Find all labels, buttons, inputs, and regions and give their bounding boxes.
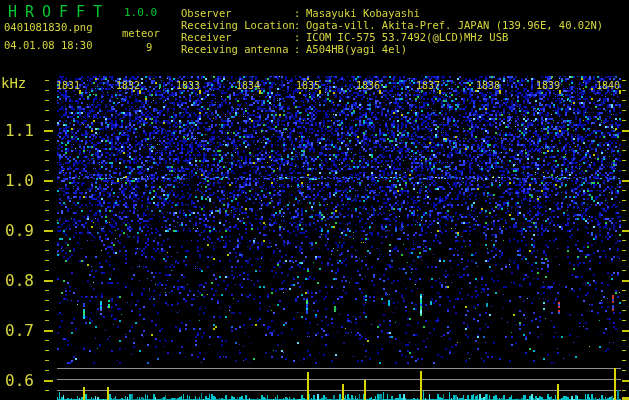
y-tick-label: 0.6: [0, 371, 34, 390]
info-label: Observer: [181, 7, 294, 19]
output-filename: 0401081830.png: [4, 21, 93, 33]
x-tick-label: 1836: [354, 80, 380, 91]
x-tick-label: 1838: [474, 80, 500, 91]
colon: :: [294, 31, 306, 43]
x-tick-label: 1839: [534, 80, 560, 91]
mode-label: meteor: [122, 27, 160, 39]
x-tick-label: 1837: [414, 80, 440, 91]
x-tick-label: 1834: [234, 80, 260, 91]
y-tick-label: 0.9: [0, 221, 34, 240]
datetime-label: 04.01.08 18:30: [4, 39, 93, 51]
info-value: ICOM IC-575 53.7492(@LCD)MHz USB: [306, 31, 508, 43]
colon: :: [294, 43, 306, 55]
y-tick-label: 0.7: [0, 321, 34, 340]
info-row-location: Receiving Location:Ogata-vill. Akita-Pre…: [181, 19, 603, 31]
info-label: Receiving Location: [181, 19, 294, 31]
x-tick-label: 1833: [174, 80, 200, 91]
info-label: Receiving antenna: [181, 43, 294, 55]
info-row-antenna: Receiving antenna:A504HB(yagi 4el): [181, 43, 407, 55]
info-row-receiver: Receiver:ICOM IC-575 53.7492(@LCD)MHz US…: [181, 31, 508, 43]
info-value: Ogata-vill. Akita-Pref. JAPAN (139.96E, …: [306, 19, 603, 31]
info-value: Masayuki Kobayashi: [306, 7, 420, 19]
colon: :: [294, 19, 306, 31]
spectrogram-canvas: [0, 0, 629, 400]
info-row-observer: Observer:Masayuki Kobayashi: [181, 7, 420, 19]
y-tick-label: 1.0: [0, 171, 34, 190]
colon: :: [294, 7, 306, 19]
meteor-count: 9: [146, 41, 152, 53]
y-tick-label: 0.8: [0, 271, 34, 290]
info-value: A504HB(yagi 4el): [306, 43, 407, 55]
x-tick-label: 1832: [114, 80, 140, 91]
info-label: Receiver: [181, 31, 294, 43]
x-tick-label: 1840: [594, 80, 620, 91]
y-tick-label: 1.1: [0, 121, 34, 140]
y-axis-unit: kHz: [1, 75, 26, 91]
app-version: 1.0.0: [124, 6, 157, 19]
x-tick-label: 1831: [54, 80, 80, 91]
hrofft-window: HROFFT 1.0.0 0401081830.png meteor 04.01…: [0, 0, 629, 400]
x-tick-label: 1835: [294, 80, 320, 91]
app-title: HROFFT: [8, 3, 110, 21]
